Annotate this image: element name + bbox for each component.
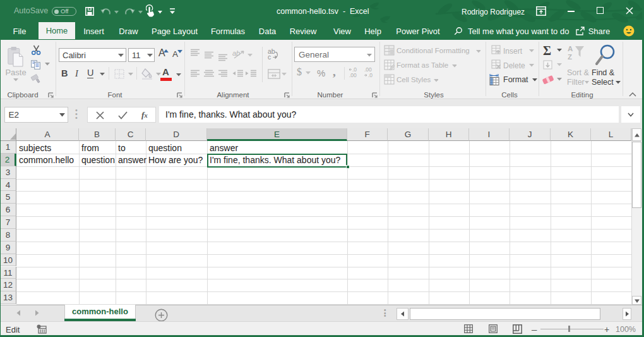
svg-text:.0: .0 [368,72,373,78]
svg-text:A: A [568,45,573,52]
svg-text:.00: .00 [349,72,357,78]
svg-text:ab: ab [232,49,240,57]
svg-text:.0: .0 [352,67,357,73]
svg-text:c: c [268,53,271,60]
svg-text:Z: Z [568,53,572,61]
